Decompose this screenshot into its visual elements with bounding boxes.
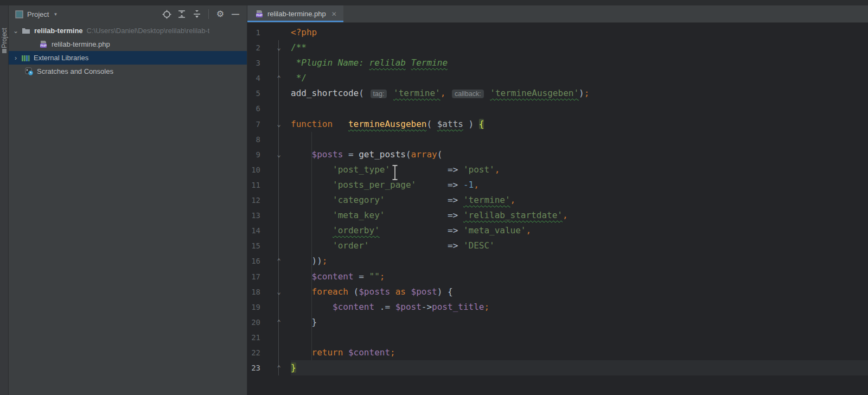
code-line[interactable]: 5add_shortcode( tag: 'termine', callback…	[247, 86, 868, 101]
fold-close-icon[interactable]: ⌃	[275, 71, 283, 86]
code-text: 'order' => 'DESC'	[291, 238, 868, 253]
code-line[interactable]: 23⌃}	[247, 360, 868, 375]
fold-open-icon[interactable]: ⌄	[275, 147, 283, 162]
code-line[interactable]: 3 *Plugin Name: relilab Termine	[247, 55, 868, 71]
gutter[interactable]: 17	[247, 269, 291, 284]
hide-panel-icon[interactable]: —	[229, 8, 241, 20]
gutter[interactable]: 18⌄	[247, 284, 291, 300]
gutter[interactable]: 19	[247, 300, 291, 315]
tree-item-label[interactable]: Scratches and Consoles	[37, 67, 113, 75]
code-token: ->	[422, 302, 432, 312]
libraries-icon	[22, 54, 30, 62]
locate-icon[interactable]	[161, 8, 173, 20]
gutter[interactable]: 2⌄	[247, 40, 291, 55]
code-line[interactable]: 6	[247, 101, 868, 116]
indent-guide	[311, 132, 312, 360]
line-number: 19	[247, 300, 260, 315]
code-token: ;	[484, 302, 489, 312]
gutter[interactable]: 21	[247, 330, 291, 345]
gutter[interactable]: 23⌃	[247, 360, 291, 375]
php-file-icon: PHP	[255, 10, 264, 18]
gutter[interactable]: 7⌄	[247, 117, 291, 132]
code-line[interactable]: 14 'orderby' => 'meta_value',	[247, 223, 868, 238]
code-line[interactable]: 18⌄ foreach ($posts as $post) {	[247, 284, 868, 300]
code-line[interactable]: 16⌃ ));	[247, 253, 868, 269]
chevron-down-icon[interactable]: ▼	[53, 12, 58, 17]
code-token: return	[312, 347, 343, 358]
code-token: ""	[369, 271, 380, 282]
code-line[interactable]: 2⌄/**	[247, 40, 868, 55]
code-text	[291, 132, 868, 147]
fold-close-icon[interactable]: ⌃	[275, 360, 283, 375]
editor-tab-bar: PHP relilab-termine.php ✕	[247, 5, 868, 23]
tree-row-external-libraries[interactable]: › External Libraries	[9, 51, 247, 65]
tree-row-scratches[interactable]: Scratches and Consoles	[9, 65, 247, 78]
code-line[interactable]: 4⌃ */	[247, 71, 868, 86]
code-line[interactable]: 11 'posts_per_page' => -1,	[247, 177, 868, 193]
code-text: <?php	[291, 25, 868, 40]
code-line[interactable]: 10 'post_type' => 'post',	[247, 162, 868, 177]
code-line[interactable]: 15 'order' => 'DESC'	[247, 238, 868, 253]
code-token: )	[463, 119, 479, 129]
gutter[interactable]: 9⌄	[247, 147, 291, 162]
toolbar-separator	[208, 9, 209, 19]
gutter[interactable]: 11	[247, 177, 291, 193]
gutter[interactable]: 12	[247, 193, 291, 208]
gutter[interactable]: 15	[247, 238, 291, 253]
tree-item-label[interactable]: relilab-termine	[34, 27, 83, 35]
close-icon[interactable]: ✕	[331, 10, 337, 18]
collapse-all-icon[interactable]	[191, 8, 203, 20]
code-line[interactable]: 19 $content .= $post->post_title;	[247, 300, 868, 315]
fold-close-icon[interactable]: ⌃	[275, 315, 283, 330]
fold-close-icon[interactable]: ⌃	[275, 253, 283, 269]
code-line[interactable]: 13 'meta_key' => 'relilab_startdate',	[247, 208, 868, 223]
code-token: {	[479, 119, 484, 129]
code-line[interactable]: 1<?php	[247, 25, 868, 40]
project-stripe-button[interactable]: Project	[1, 28, 8, 48]
gutter[interactable]: 8	[247, 132, 291, 147]
code-line[interactable]: 9⌄ $posts = get_posts(array(	[247, 147, 868, 162]
project-panel-title[interactable]: Project	[27, 10, 49, 18]
fold-open-icon[interactable]: ⌄	[275, 40, 283, 55]
code-line[interactable]: 20⌃ }	[247, 315, 868, 330]
expand-all-icon[interactable]	[176, 8, 188, 20]
code-token	[380, 225, 448, 235]
gutter[interactable]: 4⌃	[247, 71, 291, 86]
chevron-collapsed-icon[interactable]: ›	[12, 54, 20, 62]
tree-item-label[interactable]: relilab-termine.php	[52, 40, 110, 48]
settings-gear-icon[interactable]: ⚙	[214, 8, 226, 20]
gutter[interactable]: 13	[247, 208, 291, 223]
code-token	[390, 286, 395, 297]
code-token	[291, 149, 312, 160]
gutter[interactable]: 1	[247, 25, 291, 40]
gutter[interactable]: 6	[247, 101, 291, 116]
code-token: 'order'	[333, 240, 369, 251]
tree-row-php-file[interactable]: PHP relilab-termine.php	[9, 37, 247, 51]
code-line[interactable]: 8	[247, 132, 868, 147]
code-line[interactable]: 12 'category' => 'termine',	[247, 193, 868, 208]
gutter[interactable]: 10	[247, 162, 291, 177]
code-token: (	[406, 149, 411, 160]
chevron-expanded-icon[interactable]: ⌄	[12, 27, 20, 35]
gutter[interactable]: 16⌃	[247, 253, 291, 269]
code-token: =>	[448, 240, 463, 251]
code-line[interactable]: 7⌄function termineAusgeben( $atts ) {	[247, 117, 868, 132]
code-token: as	[395, 286, 406, 297]
gutter[interactable]: 14	[247, 223, 291, 238]
gutter[interactable]: 22	[247, 345, 291, 360]
code-editor[interactable]: 1<?php2⌄/**3 *Plugin Name: relilab Termi…	[247, 23, 868, 394]
code-line[interactable]: 22 return $content;	[247, 345, 868, 360]
tree-row-project-root[interactable]: ⌄ relilab-termine C:\Users\Daniel\Deskto…	[9, 24, 247, 37]
code-line[interactable]: 21	[247, 330, 868, 345]
inlay-hint: callback:	[452, 90, 484, 98]
gutter[interactable]: 5	[247, 86, 291, 101]
fold-open-icon[interactable]: ⌄	[275, 117, 283, 132]
code-line[interactable]: 17 $content = "";	[247, 269, 868, 284]
code-token: Plugin Name:	[301, 58, 369, 68]
tree-item-label[interactable]: External Libraries	[34, 54, 88, 62]
tab-relilab-termine-php[interactable]: PHP relilab-termine.php ✕	[247, 5, 343, 22]
scratches-icon	[25, 67, 33, 75]
fold-open-icon[interactable]: ⌄	[275, 284, 283, 300]
gutter[interactable]: 3	[247, 55, 291, 71]
gutter[interactable]: 20⌃	[247, 315, 291, 330]
